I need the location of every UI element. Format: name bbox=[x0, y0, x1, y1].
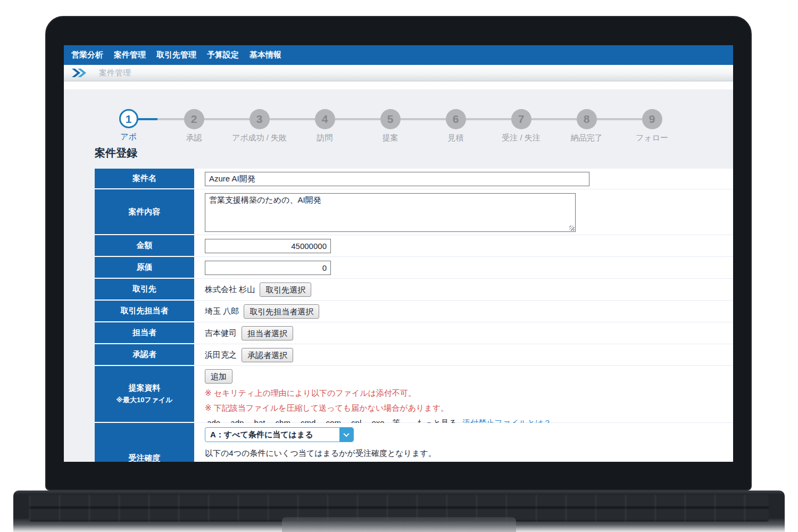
row-case-detail: 案件内容 bbox=[95, 189, 733, 235]
order-probability-label: 受注確度 bbox=[95, 423, 194, 462]
client-contact-label: 取引先担当者 bbox=[95, 301, 194, 322]
row-case-name: 案件名 bbox=[95, 169, 733, 189]
step-4-visit: 4 訪問 bbox=[292, 109, 358, 143]
step-8-delivery-complete: 8 納品完了 bbox=[554, 109, 619, 143]
step-2-approval: 2 承認 bbox=[161, 109, 227, 143]
step-5-proposal: 5 提案 bbox=[358, 109, 423, 143]
row-order-probability: 受注確度 A：すべて条件に当てはまる 以下の4つの条件にいくつ当てはまるかが受注… bbox=[95, 423, 733, 462]
case-detail-textarea[interactable] bbox=[205, 193, 576, 232]
case-registration-form: 案件名 案件内容 金額 bbox=[95, 169, 733, 462]
client-name: 株式会社 杉山 bbox=[205, 285, 255, 295]
nav-item-basic-info[interactable]: 基本情報 bbox=[250, 50, 281, 60]
approver-select-button[interactable]: 承認者選択 bbox=[242, 348, 293, 362]
client-select-button[interactable]: 取引先選択 bbox=[260, 282, 311, 297]
row-amount: 金額 bbox=[95, 235, 733, 257]
case-detail-label: 案件内容 bbox=[95, 189, 194, 235]
add-file-button[interactable]: 追加 bbox=[205, 369, 232, 384]
probability-select[interactable]: A：すべて条件に当てはまる bbox=[205, 427, 354, 442]
approver-name: 浜田克之 bbox=[205, 350, 237, 360]
laptop-screen: 営業分析 案件管理 取引先管理 予算設定 基本情報 案件管理 1 アポ 2 承認 bbox=[64, 45, 733, 462]
double-chevron-right-icon bbox=[71, 68, 87, 78]
nav-item-case-management[interactable]: 案件管理 bbox=[114, 50, 146, 60]
step-1-appointment: 1 アポ bbox=[96, 109, 161, 143]
proposal-files-sublabel: ※最大10ファイル bbox=[116, 395, 172, 405]
row-cost: 原価 bbox=[95, 257, 733, 279]
file-warning-2: ※ 下記該当ファイルを圧縮して送っても届かない場合があります。 bbox=[205, 403, 722, 413]
divider-strip bbox=[64, 81, 733, 89]
owner-select-button[interactable]: 担当者選択 bbox=[242, 326, 293, 340]
client-contact-name: 埼玉 八郎 bbox=[205, 306, 239, 317]
case-name-label: 案件名 bbox=[95, 169, 194, 189]
client-contact-select-button[interactable]: 取引先担当者選択 bbox=[244, 304, 319, 319]
step-6-quote: 6 見積 bbox=[423, 109, 488, 143]
row-proposal-files: 提案資料 ※最大10ファイル 追加 ※ セキリティ上の理由により以下のファイルは… bbox=[95, 366, 733, 423]
amount-label: 金額 bbox=[95, 235, 194, 257]
case-name-input[interactable] bbox=[205, 172, 589, 186]
probability-selected-value: A：すべて条件に当てはまる bbox=[205, 430, 339, 440]
top-navbar: 営業分析 案件管理 取引先管理 予算設定 基本情報 bbox=[64, 45, 733, 65]
nav-item-client-management[interactable]: 取引先管理 bbox=[156, 50, 196, 60]
cost-input[interactable] bbox=[205, 261, 331, 275]
progress-stepper: 1 アポ 2 承認 3 アポ成功 / 失敗 4 訪問 5 提案 6 見積 bbox=[96, 109, 685, 143]
laptop-keyboard-deck bbox=[13, 491, 785, 532]
file-warning-1: ※ セキリティ上の理由により以下のファイルは添付不可。 bbox=[205, 388, 722, 398]
row-client: 取引先 株式会社 杉山 取引先選択 bbox=[95, 279, 733, 301]
proposal-files-label: 提案資料 ※最大10ファイル bbox=[95, 366, 194, 423]
approver-label: 承認者 bbox=[95, 344, 194, 366]
probability-note: 以下の4つの条件にいくつ当てはまるかが受注確度となります。 bbox=[205, 448, 722, 459]
main-content: 1 アポ 2 承認 3 アポ成功 / 失敗 4 訪問 5 提案 6 見積 bbox=[64, 89, 733, 462]
cost-label: 原価 bbox=[95, 257, 194, 279]
nav-item-sales-analysis[interactable]: 営業分析 bbox=[71, 50, 103, 60]
row-client-contact: 取引先担当者 埼玉 八郎 取引先担当者選択 bbox=[95, 301, 733, 322]
client-label: 取引先 bbox=[95, 279, 194, 301]
step-3-appointment-result: 3 アポ成功 / 失敗 bbox=[227, 109, 292, 143]
laptop-trackpad bbox=[282, 517, 516, 532]
row-approver: 承認者 浜田克之 承認者選択 bbox=[95, 344, 733, 366]
owner-label: 担当者 bbox=[95, 322, 194, 344]
owner-name: 吉本健司 bbox=[205, 328, 237, 338]
chevron-down-icon bbox=[339, 428, 353, 442]
amount-input[interactable] bbox=[205, 239, 331, 253]
step-7-order-result: 7 受注 / 失注 bbox=[488, 109, 554, 143]
step-9-follow: 9 フォロー bbox=[619, 109, 685, 143]
breadcrumb: 案件管理 bbox=[64, 65, 733, 81]
page-title: 案件登録 bbox=[95, 146, 137, 160]
nav-item-budget-settings[interactable]: 予算設定 bbox=[207, 50, 239, 60]
row-owner: 担当者 吉本健司 担当者選択 bbox=[95, 322, 733, 344]
breadcrumb-label: 案件管理 bbox=[99, 68, 131, 78]
